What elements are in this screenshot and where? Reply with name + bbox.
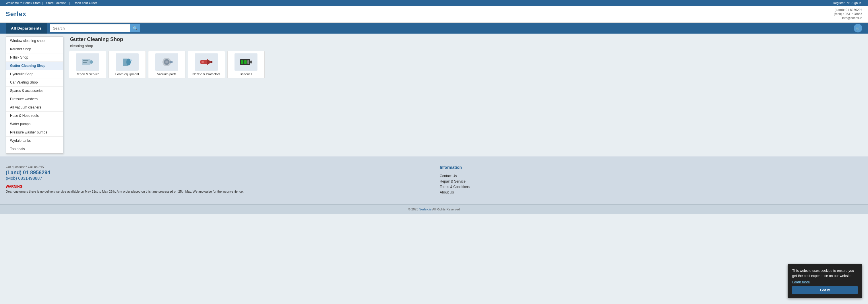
all-departments-button[interactable]: All Departments bbox=[6, 23, 47, 34]
footer-info-link[interactable]: Repair & Service bbox=[440, 179, 862, 183]
track-order-link[interactable]: Track Your Order bbox=[73, 1, 97, 5]
warning-text: Dear customers there is no delivery serv… bbox=[6, 190, 428, 193]
menu-item[interactable]: All Vacuum cleaners bbox=[6, 103, 63, 112]
site-logo[interactable]: Serlex bbox=[6, 10, 26, 18]
gutter-shop-title: Gutter Cleaning Shop bbox=[69, 36, 862, 42]
copyright-suffix: All Rights Reserved bbox=[431, 208, 460, 211]
footer-phone-mob: (Mob) 0831498887 bbox=[6, 176, 428, 181]
menu-item[interactable]: Top deals bbox=[6, 145, 63, 153]
footer-call-label: Got questions? Call us 24/7: bbox=[6, 165, 428, 169]
svg-point-14 bbox=[202, 61, 204, 63]
footer-phone-land: (Land) 01 8956294 bbox=[6, 170, 428, 176]
svg-rect-11 bbox=[170, 61, 173, 63]
category-item[interactable]: Foam equipment bbox=[108, 51, 146, 79]
category-label: Vacuum parts bbox=[151, 72, 183, 76]
top-bar-left: Welcome to Serlex Store | Store Location… bbox=[6, 1, 98, 5]
gutter-shop-subtitle: cleaning shop bbox=[69, 43, 862, 48]
categories-panel: Gutter Cleaning Shop cleaning shop Repai… bbox=[69, 36, 862, 154]
menu-item[interactable]: Gutter Cleaning Shop bbox=[6, 62, 63, 70]
svg-rect-19 bbox=[244, 60, 247, 64]
menu-item[interactable]: Car Valeting Shop bbox=[6, 79, 63, 87]
svg-marker-13 bbox=[207, 59, 212, 65]
menu-item[interactable]: Water pumps bbox=[6, 120, 63, 128]
menu-item[interactable]: Spares & accessories bbox=[6, 87, 63, 95]
cart-icon[interactable]: 🛒 bbox=[854, 24, 862, 32]
menu-item[interactable]: Pressure washer pumps bbox=[6, 128, 63, 136]
footer-contact: Got questions? Call us 24/7: (Land) 01 8… bbox=[6, 165, 428, 196]
category-item[interactable]: Vacuum parts bbox=[148, 51, 185, 79]
menu-item[interactable]: Nilfisk Shop bbox=[6, 53, 63, 62]
cart-wrapper[interactable]: 🛒 bbox=[854, 24, 862, 32]
contact-mob: (Mob) : 0831498887 bbox=[834, 12, 862, 16]
category-item[interactable]: Nozzle & Protectors bbox=[188, 51, 225, 79]
footer-info-link[interactable]: Terms & Conditions bbox=[440, 185, 862, 189]
category-item[interactable]: Repair & Service bbox=[69, 51, 106, 79]
category-label: Foam equipment bbox=[111, 72, 143, 76]
header-contact: (Land): 01 8956294 (Mob) : 0831498887 in… bbox=[834, 8, 862, 20]
footer-info-title: Information bbox=[440, 165, 862, 171]
register-link[interactable]: Register bbox=[833, 1, 844, 5]
search-button[interactable]: 🔍 bbox=[130, 24, 140, 32]
menu-item[interactable]: Wydale tanks bbox=[6, 136, 63, 145]
sign-in-link[interactable]: Sign in bbox=[851, 1, 861, 5]
category-image bbox=[235, 53, 257, 71]
welcome-text: Welcome to Serlex Store bbox=[6, 1, 40, 5]
category-item[interactable]: Batteries bbox=[227, 51, 265, 79]
footer-warning: WARNING Dear customers there is no deliv… bbox=[6, 185, 428, 193]
footer-info: Information Contact UsRepair & ServiceTe… bbox=[440, 165, 862, 196]
menu-item[interactable]: Window cleaning shop bbox=[6, 37, 63, 45]
contact-land: (Land): 01 8956294 bbox=[834, 8, 862, 11]
svg-point-7 bbox=[130, 63, 131, 64]
copyright-prefix: © 2025 bbox=[408, 208, 420, 211]
main-content: Window cleaning shopKarcher ShopNilfisk … bbox=[0, 34, 868, 156]
footer-info-link[interactable]: Contact Us bbox=[440, 174, 862, 178]
category-image bbox=[116, 53, 138, 71]
menu-item[interactable]: Karcher Shop bbox=[6, 45, 63, 53]
footer-bottom: © 2025 Serlex.ie All Rights Reserved bbox=[0, 204, 868, 214]
footer-top: Got questions? Call us 24/7: (Land) 01 8… bbox=[0, 156, 868, 204]
category-image bbox=[155, 53, 178, 71]
or-text: or bbox=[847, 1, 849, 5]
svg-point-10 bbox=[165, 61, 168, 63]
svg-rect-2 bbox=[83, 60, 88, 61]
svg-point-1 bbox=[90, 60, 93, 64]
svg-rect-17 bbox=[250, 61, 252, 63]
category-label: Repair & Service bbox=[71, 72, 104, 76]
svg-rect-20 bbox=[247, 60, 249, 64]
svg-rect-3 bbox=[83, 62, 87, 63]
search-input[interactable] bbox=[50, 24, 130, 32]
menu-item[interactable]: Hose & Hose reels bbox=[6, 112, 63, 120]
search-bar: 🔍 bbox=[50, 24, 140, 32]
svg-point-6 bbox=[130, 59, 132, 61]
footer-links: Contact UsRepair & ServiceTerms & Condit… bbox=[440, 174, 862, 194]
footer-info-link[interactable]: About Us bbox=[440, 190, 862, 194]
contact-email: info@serlex.ie bbox=[834, 16, 862, 20]
category-image bbox=[76, 53, 99, 71]
category-label: Batteries bbox=[230, 72, 262, 76]
category-grid: Repair & Service Foam equipment Vacuum p… bbox=[69, 51, 862, 79]
menu-item[interactable]: Hydraulic Shop bbox=[6, 70, 63, 79]
warning-title: WARNING bbox=[6, 185, 428, 189]
menu-item[interactable]: Pressure washers bbox=[6, 95, 63, 103]
header: Serlex (Land): 01 8956294 (Mob) : 083149… bbox=[0, 6, 868, 23]
top-bar: Welcome to Serlex Store | Store Location… bbox=[0, 0, 868, 6]
svg-point-5 bbox=[126, 59, 131, 65]
category-image bbox=[195, 53, 218, 71]
departments-dropdown: Window cleaning shopKarcher ShopNilfisk … bbox=[6, 36, 63, 154]
svg-rect-18 bbox=[241, 60, 243, 64]
nav-bar: All Departments 🔍 🛒 bbox=[0, 23, 868, 34]
category-label: Nozzle & Protectors bbox=[190, 72, 222, 76]
svg-rect-15 bbox=[211, 61, 212, 63]
top-bar-right: Register or Sign in bbox=[832, 1, 862, 5]
serlex-link[interactable]: Serlex.ie bbox=[419, 208, 431, 211]
store-location-link[interactable]: Store Location bbox=[46, 1, 67, 5]
